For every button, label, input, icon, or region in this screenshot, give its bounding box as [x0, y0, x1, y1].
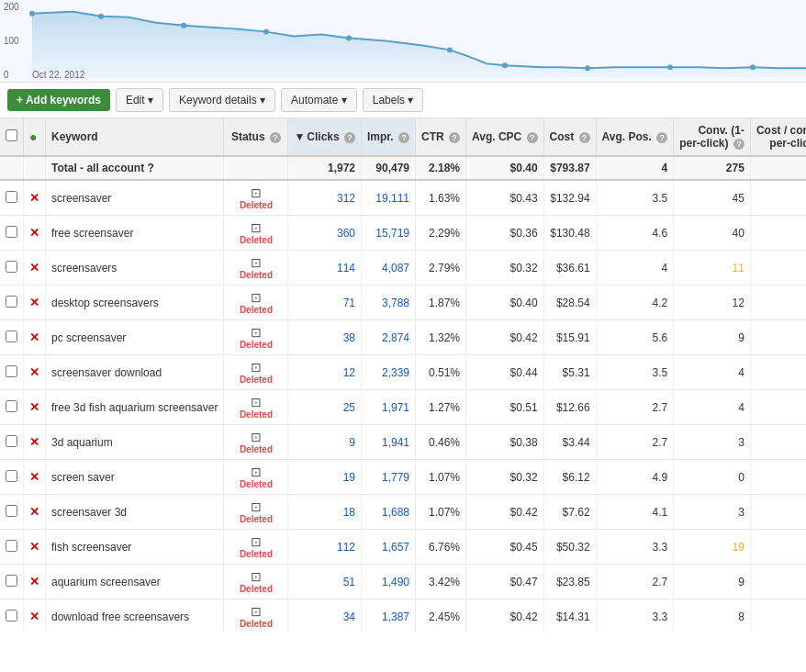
add-keywords-button[interactable]: + Add keywords [7, 89, 110, 111]
row-cost-conv: $2.65 [750, 530, 806, 565]
row-clicks: 9 [288, 425, 362, 460]
remove-icon[interactable]: ✕ [29, 330, 39, 344]
row-clicks: 71 [288, 286, 362, 320]
header-status: Status ? [224, 118, 288, 156]
row-x-icon-cell[interactable]: ✕ [24, 286, 46, 320]
row-checkbox[interactable] [6, 261, 17, 273]
remove-icon[interactable]: ✕ [29, 400, 39, 414]
row-x-icon-cell[interactable]: ✕ [24, 460, 46, 495]
row-checkbox-cell[interactable] [0, 180, 24, 216]
row-checkbox[interactable] [6, 540, 17, 552]
remove-icon[interactable]: ✕ [29, 261, 39, 274]
row-x-icon-cell[interactable]: ✕ [24, 565, 46, 599]
row-checkbox[interactable] [6, 400, 17, 412]
remove-icon[interactable]: ✕ [29, 226, 39, 240]
row-x-icon-cell[interactable]: ✕ [24, 425, 46, 460]
avg-pos-help-icon[interactable]: ? [656, 132, 667, 143]
row-conv: 19 [674, 530, 751, 565]
row-checkbox-cell[interactable] [0, 425, 24, 460]
row-checkbox[interactable] [6, 296, 17, 308]
row-cost-conv: $3.16 [750, 390, 806, 425]
remove-icon[interactable]: ✕ [29, 191, 39, 205]
header-impr[interactable]: Impr. ? [362, 118, 416, 156]
remove-icon[interactable]: ✕ [29, 575, 39, 588]
row-checkbox-cell[interactable] [0, 460, 24, 495]
header-clicks[interactable]: ▼Clicks ? [288, 118, 362, 156]
row-checkbox-cell[interactable] [0, 286, 24, 320]
labels-button[interactable]: Labels ▾ [363, 88, 424, 112]
row-checkbox[interactable] [6, 330, 17, 342]
remove-icon[interactable]: ✕ [29, 365, 39, 379]
row-avg-pos: 2.7 [596, 425, 674, 460]
ctr-help-icon[interactable]: ? [449, 132, 460, 143]
remove-icon[interactable]: ✕ [29, 505, 39, 519]
total-help-icon[interactable]: ? [147, 162, 153, 174]
row-x-icon-cell[interactable]: ✕ [24, 390, 46, 425]
status-dot-header: ● [29, 129, 37, 144]
select-all-checkbox[interactable] [6, 129, 17, 141]
row-checkbox-cell[interactable] [0, 390, 24, 425]
row-x-icon-cell[interactable]: ✕ [24, 320, 46, 355]
deleted-label: Deleted [240, 549, 273, 559]
row-checkbox-cell[interactable] [0, 599, 24, 633]
row-cost: $12.66 [543, 390, 596, 425]
row-checkbox-cell[interactable] [0, 355, 24, 390]
row-ctr: 1.87% [416, 286, 466, 320]
row-cost-conv: $2.38 [750, 286, 806, 320]
automate-button[interactable]: Automate ▾ [281, 88, 357, 112]
total-avg-cpc: $0.40 [466, 156, 544, 180]
row-ctr: 2.45% [416, 599, 466, 633]
row-x-icon-cell[interactable]: ✕ [24, 216, 46, 251]
row-checkbox[interactable] [6, 365, 17, 377]
row-conv: 3 [674, 425, 751, 460]
row-avg-cpc: $0.45 [466, 530, 544, 565]
row-checkbox[interactable] [6, 435, 17, 447]
remove-icon[interactable]: ✕ [29, 540, 39, 554]
remove-icon[interactable]: ✕ [29, 435, 39, 449]
row-checkbox[interactable] [6, 191, 17, 203]
row-status: ⊡Deleted [224, 286, 288, 320]
row-checkbox-cell[interactable] [0, 320, 24, 355]
row-checkbox[interactable] [6, 226, 17, 238]
status-help-icon[interactable]: ? [270, 132, 281, 143]
edit-button[interactable]: Edit ▾ [116, 88, 163, 112]
row-checkbox[interactable] [6, 470, 17, 482]
row-status: ⊡Deleted [224, 390, 288, 425]
clicks-help-icon[interactable]: ? [344, 132, 355, 143]
row-clicks: 360 [288, 216, 362, 251]
row-checkbox[interactable] [6, 575, 17, 587]
header-checkbox[interactable] [0, 118, 24, 156]
row-checkbox-cell[interactable] [0, 565, 24, 599]
row-checkbox[interactable] [6, 610, 17, 622]
row-ctr: 1.27% [416, 390, 466, 425]
row-keyword: screensavers [46, 251, 224, 286]
row-checkbox-cell[interactable] [0, 530, 24, 565]
deleted-label: Deleted [240, 270, 273, 280]
row-x-icon-cell[interactable]: ✕ [24, 251, 46, 286]
remove-icon[interactable]: ✕ [29, 610, 39, 623]
total-ctr: 2.18% [416, 156, 466, 180]
row-x-icon-cell[interactable]: ✕ [24, 495, 46, 530]
row-checkbox-cell[interactable] [0, 251, 24, 286]
row-x-icon-cell[interactable]: ✕ [24, 355, 46, 390]
row-ctr: 1.63% [416, 180, 466, 216]
remove-icon[interactable]: ✕ [29, 296, 39, 309]
remove-icon[interactable]: ✕ [29, 470, 39, 484]
cost-help-icon[interactable]: ? [579, 132, 590, 143]
conv-help-icon[interactable]: ? [733, 139, 744, 150]
row-checkbox-cell[interactable] [0, 495, 24, 530]
keyword-details-button[interactable]: Keyword details ▾ [169, 88, 275, 112]
row-clicks: 25 [288, 390, 362, 425]
row-x-icon-cell[interactable]: ✕ [24, 599, 46, 633]
avg-cpc-help-icon[interactable]: ? [527, 132, 538, 143]
impr-help-icon[interactable]: ? [398, 132, 409, 143]
header-keyword: Keyword [46, 118, 224, 156]
monitor-icon: ⊡ [251, 255, 262, 270]
y-label-100: 100 [4, 36, 19, 46]
row-x-icon-cell[interactable]: ✕ [24, 530, 46, 565]
row-x-icon-cell[interactable]: ✕ [24, 180, 46, 216]
row-checkbox[interactable] [6, 505, 17, 517]
deleted-label: Deleted [240, 200, 273, 210]
deleted-label: Deleted [240, 409, 273, 420]
row-checkbox-cell[interactable] [0, 216, 24, 251]
